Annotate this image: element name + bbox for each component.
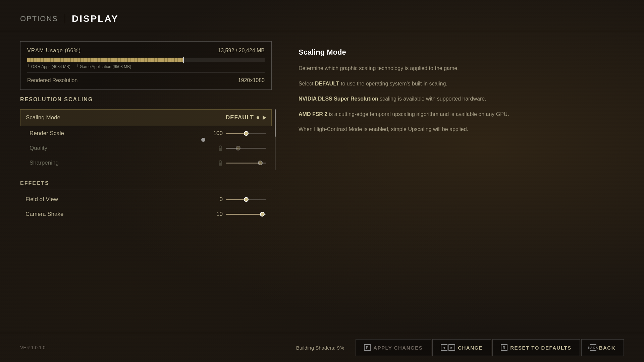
camera-shake-row[interactable]: Camera Shake 10 bbox=[20, 207, 272, 222]
sharpening-track bbox=[226, 163, 266, 164]
fov-label: Field of View bbox=[25, 196, 58, 203]
svg-rect-0 bbox=[219, 148, 222, 151]
sharpening-label: Sharpening bbox=[30, 160, 59, 166]
camera-shake-value: 10 bbox=[216, 211, 223, 218]
quality-track bbox=[226, 148, 266, 149]
render-scale-thumb bbox=[244, 131, 249, 136]
sharpening-lock-icon bbox=[218, 160, 223, 166]
render-scale-label: Render Scale bbox=[30, 130, 64, 137]
camera-shake-thumb bbox=[260, 212, 265, 217]
quality-lock-icon bbox=[218, 145, 223, 151]
info-para-2: Select DEFAULT to use the operating syst… bbox=[299, 79, 624, 88]
fov-value: 0 bbox=[220, 196, 223, 203]
version-label: VER 1.0.1.0 bbox=[20, 345, 46, 350]
reset-defaults-button[interactable]: R RESET TO DEFAULTS bbox=[492, 339, 580, 356]
shader-status: Building Shaders: 9% bbox=[296, 345, 344, 351]
fov-track bbox=[226, 199, 266, 200]
scroll-thumb bbox=[275, 109, 276, 137]
vram-bar-fill bbox=[27, 58, 184, 62]
vram-box: VRAM Usage (66%) 13,592 / 20,424 MB └ OS… bbox=[20, 41, 272, 90]
back-key-icon: BACK bbox=[590, 344, 596, 351]
version-area: VER 1.0.1.0 bbox=[20, 345, 46, 351]
info-para-5: When High-Contrast Mode is enabled, simp… bbox=[299, 125, 624, 134]
scaling-mode-right: DEFAULT bbox=[226, 114, 266, 121]
effects-header: EFFECTS bbox=[20, 180, 272, 186]
quality-row: Quality bbox=[20, 141, 272, 156]
arrow-right-icon bbox=[263, 115, 266, 120]
vram-sub-2: └ Game Application (9508 MB) bbox=[76, 64, 131, 69]
sharpening-slider bbox=[226, 163, 266, 164]
default-badge: DEFAULT bbox=[226, 114, 259, 121]
scaling-mode-row[interactable]: Scaling Mode DEFAULT bbox=[20, 109, 272, 126]
vram-label: VRAM Usage (66%) bbox=[27, 48, 81, 54]
left-panel: VRAM Usage (66%) 13,592 / 20,424 MB └ OS… bbox=[20, 41, 272, 326]
render-scale-row[interactable]: Render Scale 100 bbox=[20, 126, 272, 141]
effects-divider bbox=[20, 189, 272, 189]
header: OPTIONS DISPLAY bbox=[0, 0, 644, 31]
info-panel: Scaling Mode Determine which graphic sca… bbox=[292, 41, 624, 326]
change-button[interactable]: ◄ ► CHANGE bbox=[432, 339, 491, 356]
quality-label: Quality bbox=[30, 145, 47, 152]
vram-header: VRAM Usage (66%) 13,592 / 20,424 MB bbox=[27, 48, 265, 54]
camera-shake-right: 10 bbox=[216, 211, 266, 218]
fov-right: 0 bbox=[220, 196, 266, 203]
info-para-3: NVIDIA DLSS Super Resolution scaling is … bbox=[299, 95, 624, 103]
change-key-right-icon: ► bbox=[448, 344, 455, 351]
fov-fill bbox=[226, 199, 246, 200]
settings-scroll-area: Scaling Mode DEFAULT Ren bbox=[20, 109, 272, 170]
fov-row[interactable]: Field of View 0 bbox=[20, 192, 272, 207]
render-scale-fill bbox=[226, 133, 246, 134]
camera-shake-fill bbox=[226, 214, 262, 215]
options-label: OPTIONS bbox=[20, 14, 58, 23]
svg-rect-1 bbox=[219, 163, 222, 166]
rendered-value: 644x362 bbox=[238, 77, 265, 83]
fov-slider[interactable] bbox=[226, 199, 266, 200]
bottom-bar: VER 1.0.1.0 Building Shaders: 9% F APPLY… bbox=[0, 333, 644, 362]
sharpening-row: Sharpening bbox=[20, 156, 272, 170]
apply-key-icon: F bbox=[364, 344, 371, 351]
info-para-4: AMD FSR 2 is a cutting-edge temporal ups… bbox=[299, 110, 624, 119]
back-label: BACK bbox=[599, 345, 615, 351]
change-key-icons: ◄ ► bbox=[441, 344, 455, 351]
render-scale-slider[interactable] bbox=[226, 133, 266, 134]
resolution-scaling-header: RESOLUTION SCALING bbox=[20, 97, 272, 103]
vram-sub-1: └ OS + Apps (4084 MB) bbox=[27, 64, 70, 69]
header-divider bbox=[65, 14, 65, 23]
info-title: Scaling Mode bbox=[299, 48, 624, 57]
vram-value: 13,592 / 20,424 MB bbox=[218, 48, 265, 54]
quality-thumb bbox=[236, 146, 240, 150]
back-button[interactable]: BACK BACK bbox=[581, 339, 624, 356]
scrollbar[interactable] bbox=[275, 109, 276, 170]
camera-shake-label: Camera Shake bbox=[25, 211, 63, 218]
vram-marker bbox=[183, 57, 184, 63]
display-label: DISPLAY bbox=[72, 13, 119, 24]
render-scale-right: 100 bbox=[213, 130, 266, 137]
quality-right bbox=[218, 145, 266, 151]
camera-shake-track bbox=[226, 214, 266, 215]
sharpening-thumb bbox=[258, 161, 263, 165]
vram-sub-labels: └ OS + Apps (4084 MB) └ Game Application… bbox=[27, 64, 265, 69]
rendered-resolution-row: Rendered Resolution 644x362 bbox=[27, 72, 265, 83]
change-label: CHANGE bbox=[458, 345, 483, 351]
scaling-mode-label: Scaling Mode bbox=[26, 114, 60, 121]
apply-changes-button: F APPLY CHANGES bbox=[356, 339, 431, 356]
default-dot bbox=[257, 116, 259, 119]
camera-shake-slider[interactable] bbox=[226, 214, 266, 215]
main-content: VRAM Usage (66%) 13,592 / 20,424 MB └ OS… bbox=[0, 31, 644, 333]
effects-section: EFFECTS Field of View 0 bbox=[20, 180, 272, 222]
render-scale-track bbox=[226, 133, 266, 134]
settings-list: Scaling Mode DEFAULT Ren bbox=[20, 109, 272, 170]
rendered-label: Rendered Resolution bbox=[27, 77, 77, 83]
reset-label: RESET TO DEFAULTS bbox=[510, 345, 571, 351]
sharpening-fill bbox=[226, 163, 260, 164]
vram-bar bbox=[27, 58, 265, 62]
default-label: DEFAULT bbox=[226, 114, 254, 121]
render-scale-value: 100 bbox=[213, 130, 223, 137]
sharpening-right bbox=[218, 160, 266, 166]
apply-label: APPLY CHANGES bbox=[373, 345, 423, 351]
fov-thumb bbox=[244, 197, 249, 202]
change-key-left-icon: ◄ bbox=[441, 344, 447, 351]
info-para-1: Determine which graphic scaling technolo… bbox=[299, 64, 624, 73]
quality-slider bbox=[226, 148, 266, 149]
cursor-indicator bbox=[201, 138, 205, 142]
